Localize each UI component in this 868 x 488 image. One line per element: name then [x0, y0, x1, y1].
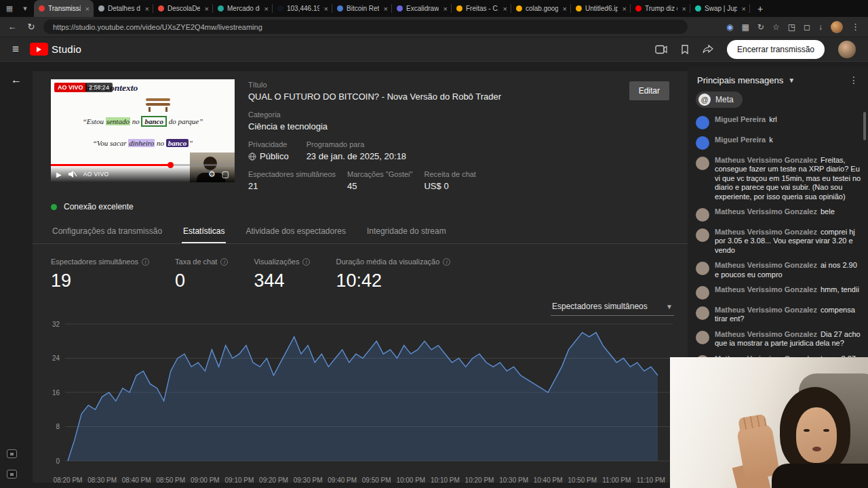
- svg-text:10:50 PM: 10:50 PM: [568, 476, 597, 484]
- tab-favicon-icon: [635, 5, 642, 12]
- info-icon[interactable]: i: [443, 258, 450, 266]
- back-nav-icon[interactable]: ←: [5, 22, 19, 32]
- browser-menu-icon[interactable]: ⋮: [851, 22, 860, 32]
- analytics-tab[interactable]: Estatísticas: [182, 220, 226, 243]
- media-panel-icon[interactable]: ◻: [804, 22, 810, 32]
- browser-tab[interactable]: Detalhes do v...×: [94, 0, 153, 17]
- tab-close-icon[interactable]: ×: [144, 5, 151, 13]
- chat-header-title[interactable]: Principais mensagens: [697, 75, 783, 85]
- tab-close-icon[interactable]: ×: [203, 5, 210, 13]
- info-icon[interactable]: i: [142, 258, 149, 266]
- analytics-tab[interactable]: Configurações da transmissão: [51, 220, 163, 243]
- tab-title: Swap | Jupite...: [705, 5, 737, 12]
- edit-button[interactable]: Editar: [629, 81, 669, 100]
- browser-tab[interactable]: 103,446.19 |...×: [273, 0, 332, 17]
- browser-tab[interactable]: Freitas - C...×: [452, 0, 511, 17]
- stat-value: 19: [51, 270, 149, 291]
- favorites-icon[interactable]: ☆: [772, 22, 780, 32]
- avatar: [696, 331, 709, 344]
- new-tab-button[interactable]: +: [752, 3, 768, 14]
- live-video-player[interactable]: mântica no Contexto “Estou sentado no ba…: [51, 79, 235, 182]
- chat-message[interactable]: Miguel Pereirakrl: [696, 115, 861, 129]
- svg-text:10:40 PM: 10:40 PM: [534, 476, 563, 484]
- svg-text:09:50 PM: 09:50 PM: [362, 476, 391, 484]
- browser-profile-avatar[interactable]: [831, 21, 843, 33]
- chat-message[interactable]: Matheus Verissimo GonzalezFreitas, conse…: [696, 156, 861, 201]
- mute-icon[interactable]: [68, 170, 77, 178]
- analytics-tab[interactable]: Integridade do stream: [366, 220, 448, 243]
- tab-close-icon[interactable]: ×: [84, 5, 91, 13]
- tab-title: Excalidraw: [406, 5, 439, 12]
- end-stream-button[interactable]: Encerrar transmissão: [727, 40, 825, 59]
- studio-logo[interactable]: Studio: [30, 43, 81, 56]
- create-video-icon[interactable]: [655, 45, 667, 54]
- overlay-window-icon[interactable]: [7, 449, 17, 458]
- browser-tab[interactable]: Transmissão ...×: [34, 0, 94, 17]
- tab-close-icon[interactable]: ×: [681, 5, 688, 13]
- browser-tab[interactable]: Excalidraw×: [392, 0, 452, 17]
- tab-close-icon[interactable]: ×: [561, 5, 568, 13]
- browser-tab[interactable]: colab.google...×: [511, 0, 571, 17]
- tab-close-icon[interactable]: ×: [323, 5, 330, 13]
- info-icon[interactable]: i: [220, 258, 228, 266]
- play-icon[interactable]: ▶: [56, 171, 62, 178]
- browser-tab[interactable]: Swap | Jupite...×: [690, 0, 750, 17]
- svg-text:08:30 PM: 08:30 PM: [87, 476, 117, 484]
- analytics-tab[interactable]: Atividade dos espectadores: [244, 220, 347, 243]
- fullscreen-icon[interactable]: ▢: [222, 169, 229, 179]
- analytics-tabs: Configurações da transmissãoEstatísticas…: [33, 220, 688, 244]
- browser-tab[interactable]: Bitcoin Retur...×: [332, 0, 392, 17]
- connection-status-dot: [51, 204, 57, 210]
- info-icon[interactable]: i: [302, 258, 310, 266]
- tab-favicon-icon: [39, 5, 45, 12]
- extensions-icon[interactable]: ◳: [788, 22, 795, 32]
- chat-message[interactable]: Matheus Verissimo GonzalezDia 27 acho qu…: [696, 330, 861, 348]
- tab-close-icon[interactable]: ×: [442, 5, 449, 13]
- tab-favicon-icon: [397, 5, 403, 12]
- chat-message[interactable]: Matheus Verissimo Gonzalezai nos 2.90 e …: [696, 261, 861, 279]
- chat-username: Matheus Verissimo Gonzalez: [715, 285, 817, 293]
- browser-tab[interactable]: Mercado de c...×: [213, 0, 273, 17]
- tab-title: 103,446.19 |...: [287, 5, 319, 12]
- back-button[interactable]: ←: [11, 74, 22, 85]
- avatar: [696, 116, 709, 129]
- tab-close-icon[interactable]: ×: [502, 5, 509, 13]
- tab-close-icon[interactable]: ×: [741, 5, 747, 13]
- downloads-icon[interactable]: ↓: [818, 22, 823, 32]
- meta-chip[interactable]: @ Meta: [696, 92, 743, 108]
- bookmark-icon[interactable]: [681, 45, 689, 54]
- tab-grid-icon[interactable]: ▦: [3, 4, 16, 13]
- browser-tab[interactable]: Untitled6.ipy...×: [571, 0, 631, 17]
- tab-audio-icon[interactable]: ◉: [726, 22, 733, 32]
- chat-menu-icon[interactable]: ⋮: [846, 75, 861, 85]
- connection-status: Conexão excelente: [51, 202, 669, 211]
- address-bar[interactable]: https://studio.youtube.com/video/UXsZYE2…: [43, 20, 688, 34]
- chat-message[interactable]: Matheus Verissimo Gonzalezhmm, tendii: [696, 285, 861, 300]
- metric-select-dropdown[interactable]: Espectadores simultâneos ▼: [551, 300, 674, 316]
- overlay-window-icon-2[interactable]: [7, 470, 17, 479]
- tab-close-icon[interactable]: ×: [621, 5, 628, 13]
- history-icon[interactable]: ↻: [757, 22, 764, 32]
- settings-gear-icon[interactable]: ⚙: [208, 169, 216, 179]
- chat-message[interactable]: Miguel Pereirak: [696, 136, 861, 150]
- youtube-play-icon: [30, 43, 48, 56]
- tab-close-icon[interactable]: ×: [382, 5, 389, 13]
- title-label: Título: [248, 81, 669, 89]
- chat-text: bele: [821, 207, 835, 216]
- chat-message[interactable]: Matheus Verissimo Gonzalezcomprei hj por…: [696, 228, 861, 255]
- browser-tab[interactable]: Trump diz qu...×: [631, 0, 690, 17]
- hamburger-menu-icon[interactable]: ≡: [12, 43, 19, 56]
- globe-icon: [248, 152, 256, 161]
- refresh-icon[interactable]: ↻: [24, 22, 38, 32]
- svg-text:8: 8: [56, 423, 60, 430]
- browser-tab[interactable]: DescolaDev...×: [153, 0, 213, 17]
- chat-message[interactable]: Matheus Verissimo Gonzalezcompensa tirar…: [696, 306, 861, 324]
- chat-scrollbar[interactable]: [863, 112, 866, 140]
- studio-profile-avatar[interactable]: [838, 41, 856, 58]
- tab-favicon-icon: [695, 5, 701, 12]
- share-icon[interactable]: [703, 45, 713, 54]
- tab-close-icon[interactable]: ×: [263, 5, 270, 13]
- chat-message[interactable]: Matheus Verissimo Gonzalezbele: [696, 207, 861, 222]
- workspaces-icon[interactable]: ▦: [742, 22, 749, 32]
- tab-search-icon[interactable]: ▾: [18, 4, 32, 13]
